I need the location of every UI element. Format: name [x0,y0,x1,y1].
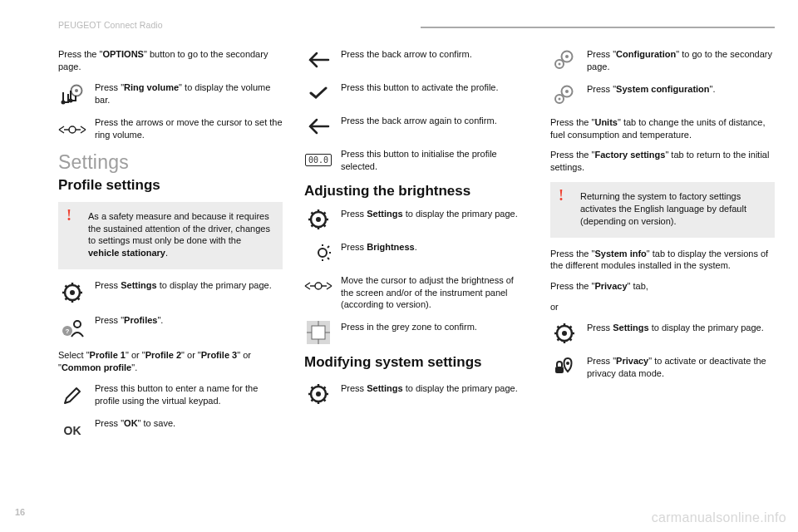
content-columns: Press the "OPTIONS" button to go to the … [58,48,775,505]
breadcrumb: PEUGEOT Connect Radio [58,20,163,30]
step-text: Press the arrows or move the cursor to s… [95,116,283,141]
column-1: Press the "OPTIONS" button to go to the … [58,48,283,505]
svg-point-56 [559,63,561,66]
step-press-configuration: Press "Configuration" to go to the secon… [550,48,775,73]
subheading-modify-system: Modifying system settings [304,354,529,371]
svg-point-3 [69,98,73,102]
ok-icon: OK [58,419,86,442]
step-text: Press Brightness. [341,241,529,254]
svg-point-58 [565,90,569,93]
svg-line-25 [312,212,313,214]
svg-point-7 [70,290,75,295]
svg-line-52 [312,400,313,401]
select-profile-paragraph: Select "Profile 1" or "Profile 2" or "Pr… [58,349,283,374]
step-press-settings-brightness: Press Settings to display the primary pa… [304,208,529,231]
step-text: Move the cursor to adjust the brightness… [341,274,529,312]
factory-paragraph: Press the "Factory settings" tab to retu… [550,149,775,174]
svg-text:?: ? [66,328,70,335]
svg-line-12 [66,286,67,288]
step-press-settings-modify: Press Settings to display the primary pa… [304,382,529,406]
slider-arrows-icon [58,118,86,141]
svg-line-27 [324,212,326,214]
settings-gear-icon [304,208,332,231]
step-move-cursor: Move the cursor to adjust the brightness… [304,274,529,312]
step-enter-name: Press this button to enter a name for th… [58,382,283,407]
svg-line-50 [324,400,326,401]
svg-line-51 [324,387,326,389]
configuration-gear-icon [550,48,579,71]
settings-gear-icon [550,322,579,345]
step-activate-profile: Press this button to activate the profil… [304,81,529,105]
step-text: Press "Configuration" to go to the secon… [587,48,775,73]
section-heading-settings: Settings [58,151,283,174]
step-press-brightness: Press Brightness. [304,241,529,264]
svg-point-54 [565,55,569,58]
svg-line-69 [570,326,572,328]
settings-gear-icon [58,281,86,304]
reset-counter-icon: 00.0 [304,148,332,171]
svg-line-33 [328,246,329,248]
step-ring-volume: Press "Ring volume" to display the volum… [58,81,283,106]
step-arrows-volume: Press the arrows or move the cursor to s… [58,116,283,141]
svg-point-18 [74,321,81,328]
step-text: Press the back arrow again to confirm. [341,115,529,127]
system-configuration-icon [550,83,579,106]
svg-line-26 [324,224,326,226]
svg-point-20 [316,217,321,222]
svg-line-68 [570,338,572,340]
privacy-tab-paragraph: Press the "Privacy" tab, [550,280,775,293]
step-press-profiles: ? Press "Profiles". [58,314,283,339]
step-press-privacy: Press "Privacy" to activate or deactivat… [550,355,775,380]
step-text: Press this button to enter a name for th… [95,382,283,407]
profile-icon: ? [58,316,86,339]
svg-point-1 [75,89,78,92]
subheading-profile-settings: Profile settings [58,177,283,194]
svg-line-67 [558,326,559,328]
svg-rect-72 [555,367,564,373]
svg-line-15 [66,298,67,300]
subheading-brightness: Adjusting the brightness [304,183,529,200]
check-icon [304,81,332,105]
svg-point-62 [562,331,567,336]
step-grey-zone: Press in the grey zone to confirm. [304,321,529,344]
step-text: Press in the grey zone to confirm. [341,321,529,333]
warning-icon: ! [559,187,564,204]
svg-point-71 [566,362,569,365]
step-text: Press "Ring volume" to display the volum… [95,81,283,106]
intro-paragraph: Press the "OPTIONS" button to go to the … [58,48,283,73]
svg-point-44 [316,392,321,397]
header-rule [421,27,775,28]
step-text: Press the back arrow to confirm. [341,48,529,61]
step-text: Press Settings to display the primary pa… [587,322,775,334]
factory-warning-box: ! Returning the system to factory settin… [550,182,775,238]
step-text: Press Settings to display the primary pa… [341,208,529,220]
svg-line-34 [328,258,329,259]
slider-arrows-icon [304,274,332,298]
warning-text: As a safety measure and because it requi… [88,210,273,259]
step-press-settings: Press Settings to display the primary pa… [58,279,283,304]
step-text: Press "OK" to save. [95,417,283,430]
manual-page: PEUGEOT Connect Radio Press the "OPTIONS… [0,0,798,532]
svg-rect-38 [312,326,325,339]
privacy-lock-pin-icon [550,355,579,378]
column-3: Press "Configuration" to go to the secon… [550,48,775,505]
warning-icon: ! [66,207,71,224]
or-text: or [550,301,775,313]
step-text: Press "Profiles". [95,314,283,327]
page-number: 16 [15,507,25,517]
settings-gear-icon [304,382,332,406]
step-back-confirm: Press the back arrow to confirm. [304,48,529,71]
brightness-icon [304,241,332,264]
safety-warning-box: ! As a safety measure and because it req… [58,202,283,269]
step-text: Press "System configuration". [587,83,775,96]
svg-line-13 [78,298,80,300]
svg-line-49 [312,387,313,389]
step-press-system-configuration: Press "System configuration". [550,83,775,106]
back-arrow-icon [304,48,332,71]
ring-volume-icon [58,83,86,106]
svg-line-70 [558,338,559,340]
step-back-again: Press the back arrow again to confirm. [304,115,529,138]
watermark: carmanualsonline.info [652,510,786,525]
back-arrow-icon [304,115,332,138]
step-text: Press this button to activate the profil… [341,81,529,94]
